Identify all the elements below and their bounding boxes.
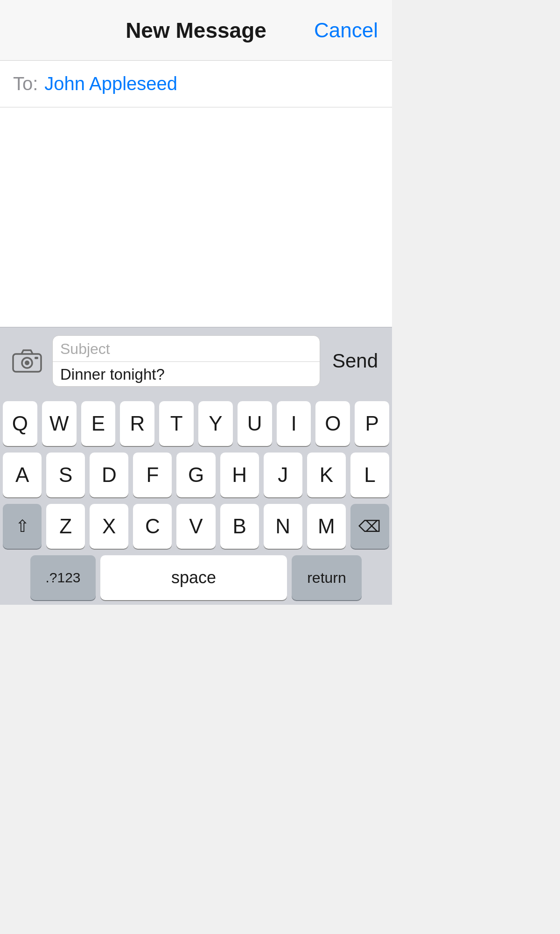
key-a[interactable]: A bbox=[3, 453, 42, 497]
key-g[interactable]: G bbox=[176, 453, 215, 497]
key-c[interactable]: C bbox=[133, 504, 172, 549]
delete-key[interactable]: ⌫ bbox=[350, 504, 389, 549]
send-button[interactable]: Send bbox=[328, 350, 383, 372]
key-e[interactable]: E bbox=[81, 401, 116, 446]
shift-key[interactable]: ⇧ bbox=[3, 504, 42, 549]
key-h[interactable]: H bbox=[220, 453, 259, 497]
svg-point-2 bbox=[25, 361, 29, 365]
key-z[interactable]: Z bbox=[46, 504, 85, 549]
cancel-button[interactable]: Cancel bbox=[314, 19, 378, 42]
message-text: Dinner tonight? bbox=[60, 366, 165, 383]
recipient-name: John Appleseed bbox=[44, 73, 177, 94]
key-t[interactable]: T bbox=[159, 401, 194, 446]
key-o[interactable]: O bbox=[315, 401, 350, 446]
key-p[interactable]: P bbox=[355, 401, 389, 446]
key-y[interactable]: Y bbox=[198, 401, 233, 446]
key-k[interactable]: K bbox=[307, 453, 346, 497]
key-s[interactable]: S bbox=[46, 453, 85, 497]
message-text-line[interactable]: Dinner tonight? bbox=[53, 362, 320, 387]
key-j[interactable]: J bbox=[264, 453, 302, 497]
key-f[interactable]: F bbox=[133, 453, 172, 497]
key-x[interactable]: X bbox=[90, 504, 128, 549]
svg-rect-3 bbox=[35, 357, 38, 359]
key-q[interactable]: Q bbox=[3, 401, 37, 446]
key-b[interactable]: B bbox=[220, 504, 259, 549]
delete-icon: ⌫ bbox=[358, 517, 381, 536]
header: New Message Cancel bbox=[0, 0, 392, 61]
toolbar: Subject Dinner tonight? Send bbox=[0, 327, 392, 395]
to-label: To: bbox=[13, 73, 38, 94]
return-key[interactable]: return bbox=[292, 555, 362, 600]
key-m[interactable]: M bbox=[307, 504, 346, 549]
key-i[interactable]: I bbox=[277, 401, 311, 446]
key-n[interactable]: N bbox=[264, 504, 302, 549]
keyboard-row-1: Q W E R T Y U I O P bbox=[3, 401, 389, 446]
numbers-key[interactable]: .?123 bbox=[30, 555, 96, 600]
key-l[interactable]: L bbox=[350, 453, 389, 497]
key-v[interactable]: V bbox=[176, 504, 215, 549]
subject-line[interactable]: Subject bbox=[53, 336, 320, 362]
space-key[interactable]: space bbox=[100, 555, 287, 600]
key-d[interactable]: D bbox=[90, 453, 128, 497]
key-u[interactable]: U bbox=[238, 401, 272, 446]
subject-message-box[interactable]: Subject Dinner tonight? bbox=[52, 335, 320, 387]
keyboard: Q W E R T Y U I O P A S D F G H J K L ⇧ … bbox=[0, 395, 392, 605]
keyboard-row-2: A S D F G H J K L bbox=[3, 453, 389, 497]
camera-button[interactable] bbox=[9, 343, 45, 379]
keyboard-row-3: ⇧ Z X C V B N M ⌫ bbox=[3, 504, 389, 549]
page-title: New Message bbox=[126, 18, 266, 43]
key-r[interactable]: R bbox=[120, 401, 154, 446]
camera-icon bbox=[12, 348, 42, 374]
subject-placeholder: Subject bbox=[60, 340, 110, 357]
message-body[interactable] bbox=[0, 107, 392, 327]
shift-icon: ⇧ bbox=[15, 517, 29, 536]
key-w[interactable]: W bbox=[42, 401, 77, 446]
to-field[interactable]: To: John Appleseed bbox=[0, 61, 392, 107]
keyboard-row-4: .?123 space return bbox=[3, 555, 389, 605]
